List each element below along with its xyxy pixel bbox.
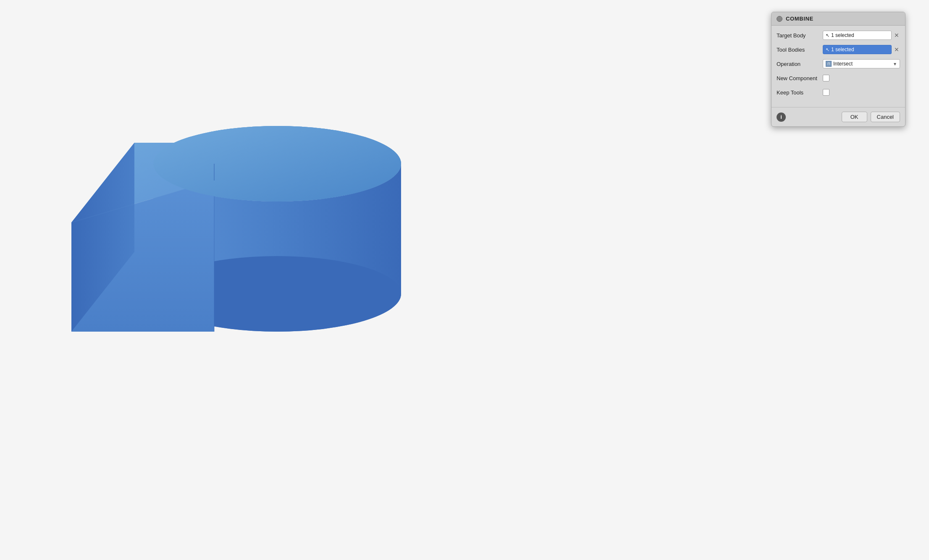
target-body-row: Target Body ↖ 1 selected ✕ bbox=[777, 30, 900, 41]
operation-value: ⊓ Intersect ▼ bbox=[823, 59, 900, 68]
keep-tools-label: Keep Tools bbox=[777, 89, 823, 96]
dialog-title: COMBINE bbox=[786, 16, 814, 22]
keep-tools-checkbox[interactable] bbox=[823, 89, 829, 96]
operation-label: Operation bbox=[777, 61, 823, 67]
new-component-row: New Component bbox=[777, 73, 900, 84]
tool-bodies-selector[interactable]: ↖ 1 selected bbox=[823, 45, 892, 54]
new-component-checkbox[interactable] bbox=[823, 75, 829, 81]
target-body-selector[interactable]: ↖ 1 selected bbox=[823, 31, 892, 40]
tool-bodies-value: ↖ 1 selected ✕ bbox=[823, 45, 900, 54]
cursor-icon: ↖ bbox=[826, 33, 829, 38]
footer-action-buttons: OK Cancel bbox=[842, 112, 900, 122]
operation-text: Intersect bbox=[833, 61, 891, 67]
dialog-footer: i OK Cancel bbox=[772, 107, 905, 126]
operation-row: Operation ⊓ Intersect ▼ bbox=[777, 58, 900, 69]
combine-dialog: COMBINE Target Body ↖ 1 selected ✕ Tool … bbox=[771, 12, 905, 127]
dialog-body: Target Body ↖ 1 selected ✕ Tool Bodies ↖… bbox=[772, 26, 905, 105]
dialog-header-dot bbox=[777, 16, 782, 22]
info-button[interactable]: i bbox=[777, 113, 786, 122]
operation-type-icon: ⊓ bbox=[826, 61, 832, 67]
target-body-clear-button[interactable]: ✕ bbox=[893, 32, 900, 38]
cancel-button[interactable]: Cancel bbox=[871, 112, 900, 122]
svg-point-3 bbox=[153, 126, 401, 201]
tool-bodies-row: Tool Bodies ↖ 1 selected ✕ bbox=[777, 44, 900, 55]
info-icon: i bbox=[780, 114, 782, 120]
dialog-header: COMBINE bbox=[772, 12, 905, 26]
ok-button[interactable]: OK bbox=[842, 112, 867, 122]
new-component-value bbox=[823, 75, 900, 81]
cursor-icon-active: ↖ bbox=[826, 47, 829, 52]
target-body-value: ↖ 1 selected ✕ bbox=[823, 31, 900, 40]
target-body-selected-text: 1 selected bbox=[831, 32, 854, 38]
keep-tools-value bbox=[823, 89, 900, 96]
tool-bodies-selected-text: 1 selected bbox=[831, 47, 854, 52]
target-body-label: Target Body bbox=[777, 32, 823, 39]
keep-tools-row: Keep Tools bbox=[777, 87, 900, 98]
operation-dropdown[interactable]: ⊓ Intersect ▼ bbox=[823, 59, 900, 68]
tool-bodies-label: Tool Bodies bbox=[777, 47, 823, 53]
tool-bodies-clear-button[interactable]: ✕ bbox=[893, 47, 900, 52]
new-component-label: New Component bbox=[777, 75, 823, 81]
dropdown-arrow-icon: ▼ bbox=[893, 62, 897, 66]
